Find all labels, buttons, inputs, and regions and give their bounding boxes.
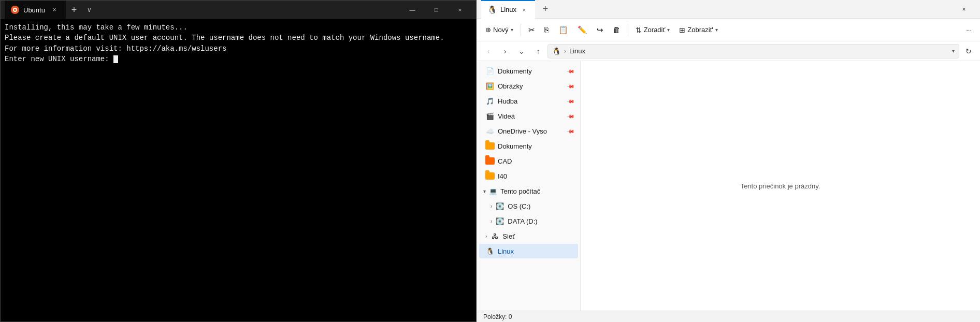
folder-cad-icon <box>485 156 495 166</box>
address-box[interactable]: 🐧 › Linux ▾ <box>547 44 959 58</box>
toolbar-view-button[interactable]: ⊞ Zobrazit' ▾ <box>675 21 722 39</box>
sort-icon: ⇅ <box>636 26 642 34</box>
sidebar-item-linux[interactable]: 🐧 Linux <box>479 244 578 258</box>
explorer-body: 📄 Dokumenty 📌 🖼️ Obrázky 📌 🎵 Hudba 📌 🎬 V… <box>477 61 980 311</box>
explorer-close-button[interactable]: × <box>952 1 976 18</box>
sidebar-label: Videá <box>498 112 515 120</box>
address-linux-icon: 🐧 <box>552 47 561 55</box>
address-dropdown-arrow[interactable]: ▾ <box>952 48 955 54</box>
terminal-tab-label: Ubuntu <box>23 6 45 14</box>
toolbar-copy-button[interactable]: ⎘ <box>540 21 553 39</box>
sidebar-label: Dokumenty <box>498 67 532 75</box>
explorer-main: Tento priečinok je prázdny. <box>581 61 980 311</box>
sidebar-item-dokumenty2[interactable]: Dokumenty <box>479 139 578 153</box>
sidebar-item-os-c[interactable]: › 💽 OS (C:) <box>479 199 578 213</box>
terminal-new-tab-button[interactable]: + <box>66 2 82 18</box>
toolbar-sort-button[interactable]: ⇅ Zoradiť ▾ <box>631 21 674 39</box>
hudba-icon: 🎵 <box>485 96 495 106</box>
pin-icon: 📌 <box>567 67 575 75</box>
cut-icon: ✂ <box>528 25 535 35</box>
expand-icon-pc: ▾ <box>483 188 486 194</box>
view-icon: ⊞ <box>679 26 685 34</box>
terminal-tab-close[interactable]: × <box>49 5 60 15</box>
address-path-text: Linux <box>569 47 585 55</box>
address-breadcrumb-sep: › <box>564 48 566 55</box>
sidebar-item-onedrive[interactable]: ☁️ OneDrive - Vyso 📌 <box>479 124 578 138</box>
toolbar-cut-button[interactable]: ✂ <box>524 21 539 39</box>
terminal-line-2: Please create a default UNIX user accoun… <box>5 33 472 43</box>
terminal-tab-ubuntu[interactable]: Ubuntu × <box>5 1 66 19</box>
ubuntu-icon <box>11 6 19 14</box>
sidebar-label: Hudba <box>498 97 517 105</box>
folder-dok-icon <box>485 141 495 151</box>
terminal-maximize-button[interactable]: □ <box>424 2 448 18</box>
more-icon: ··· <box>966 26 972 34</box>
terminal-cursor <box>113 55 118 63</box>
explorer-new-tab-button[interactable]: + <box>537 1 554 18</box>
expand-icon-net: › <box>485 233 487 239</box>
videa-icon: 🎬 <box>485 111 495 121</box>
view-dropdown-arrow: ▾ <box>715 27 718 33</box>
sidebar-item-i40[interactable]: I40 <box>479 169 578 183</box>
toolbar-delete-button[interactable]: 🗑 <box>609 21 625 39</box>
linux-tab-icon: 🐧 <box>487 5 497 14</box>
terminal-line-3: For more information visit: https://aka.… <box>5 43 472 54</box>
copy-icon: ⎘ <box>544 25 549 34</box>
terminal-titlebar: Ubuntu × + ∨ — □ × <box>1 1 476 19</box>
drive-d-icon: 💽 <box>495 216 505 226</box>
toolbar-share-button[interactable]: ↪ <box>593 21 608 39</box>
terminal-minimize-button[interactable]: — <box>400 2 424 18</box>
sidebar-item-siet[interactable]: › 🖧 Sieť <box>479 229 578 243</box>
delete-icon: 🗑 <box>613 25 621 34</box>
linux-sidebar-icon: 🐧 <box>485 246 495 256</box>
onedrive-icon: ☁️ <box>485 126 495 136</box>
sidebar-item-data-d[interactable]: › 💽 DATA (D:) <box>479 214 578 228</box>
pin-icon-videa: 📌 <box>567 112 575 120</box>
toolbar-paste-button[interactable]: 📋 <box>554 21 572 39</box>
terminal-close-button[interactable]: × <box>448 2 472 18</box>
sidebar-label: Obrázky <box>498 82 523 90</box>
sidebar-label-d: DATA (D:) <box>508 217 537 225</box>
paste-icon: 📋 <box>558 25 568 35</box>
nav-recent-button[interactable]: ⌄ <box>514 44 529 58</box>
sidebar-item-videa[interactable]: 🎬 Videá 📌 <box>479 109 578 123</box>
explorer-tab-linux[interactable]: 🐧 Linux × <box>481 0 535 19</box>
new-dropdown-arrow: ▾ <box>511 27 513 33</box>
sidebar-label: OneDrive - Vyso <box>498 127 547 135</box>
terminal-body[interactable]: Installing, this may take a few minutes.… <box>1 19 476 321</box>
statusbar-text: Položky: 0 <box>483 313 512 320</box>
sidebar-label-linux: Linux <box>498 247 514 255</box>
toolbar-new-button[interactable]: ⊕ Nový ▾ <box>481 21 517 39</box>
empty-folder-text: Tento priečinok je prázdny. <box>741 182 820 190</box>
terminal-line-4: Enter new UNIX username: <box>5 54 472 64</box>
refresh-button[interactable]: ↻ <box>961 44 976 58</box>
expand-icon-d: › <box>491 218 492 224</box>
sidebar-label-net: Sieť <box>502 232 515 240</box>
terminal-dropdown-button[interactable]: ∨ <box>82 3 97 17</box>
sidebar-item-hudba[interactable]: 🎵 Hudba 📌 <box>479 94 578 108</box>
sidebar-section-tento-pocitac[interactable]: ▾ 💻 Tento počítač <box>479 184 578 198</box>
expand-icon-c: › <box>491 203 492 209</box>
obrazky-icon: 🖼️ <box>485 81 495 91</box>
dokumenty-icon: 📄 <box>485 66 495 76</box>
toolbar-rename-button[interactable]: ✏️ <box>573 21 592 39</box>
sidebar-item-cad[interactable]: CAD <box>479 154 578 168</box>
nav-up-button[interactable]: ↑ <box>531 44 545 58</box>
explorer-sidebar: 📄 Dokumenty 📌 🖼️ Obrázky 📌 🎵 Hudba 📌 🎬 V… <box>477 61 581 311</box>
sidebar-label-pc: Tento počítač <box>500 187 540 195</box>
sort-dropdown-arrow: ▾ <box>667 27 670 33</box>
pin-icon-obrazky: 📌 <box>567 82 575 90</box>
toolbar-more-button[interactable]: ··· <box>962 21 976 39</box>
nav-forward-button[interactable]: › <box>498 44 512 58</box>
explorer-toolbar: ⊕ Nový ▾ ✂ ⎘ 📋 ✏️ ↪ 🗑 ⇅ Zoradiť ▾ ⊞ <box>477 19 980 41</box>
sidebar-item-obrazky[interactable]: 🖼️ Obrázky 📌 <box>479 79 578 93</box>
sidebar-label-c: OS (C:) <box>508 202 530 210</box>
sidebar-item-dokumenty-pinned[interactable]: 📄 Dokumenty 📌 <box>479 64 578 78</box>
explorer-tab-close[interactable]: × <box>520 5 529 14</box>
sidebar-label-cad: CAD <box>498 157 512 165</box>
share-icon: ↪ <box>597 25 603 35</box>
explorer-titlebar: 🐧 Linux × + × <box>477 0 980 19</box>
new-icon: ⊕ <box>485 26 491 34</box>
nav-back-button[interactable]: ‹ <box>481 44 496 58</box>
sidebar-label-i40: I40 <box>498 172 507 180</box>
